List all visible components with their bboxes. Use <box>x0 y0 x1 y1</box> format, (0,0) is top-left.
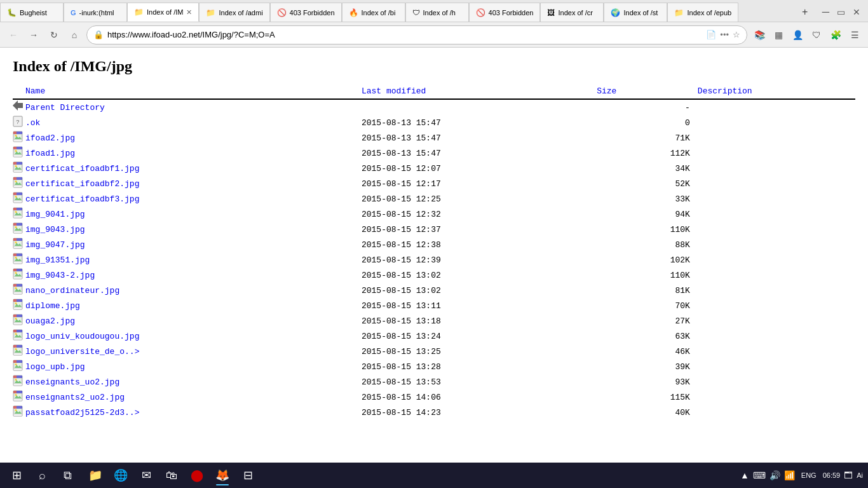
file-modified-cell-1: 2015-08-13 15:47 <box>362 115 597 130</box>
refresh-button[interactable]: ↻ <box>46 27 62 43</box>
name-sort-link[interactable]: Name <box>25 86 45 96</box>
file-name-cell-6: certificat_ifoadbf3.jpg <box>25 191 362 207</box>
taskbar-terminal[interactable]: ⊟ <box>236 464 259 487</box>
file-link-3[interactable]: ifoad1.jpg <box>25 149 75 158</box>
taskbar-store[interactable]: 🛍 <box>160 464 183 487</box>
reader-icon[interactable]: 📄 <box>706 30 716 39</box>
more-button[interactable]: ••• <box>720 30 729 39</box>
file-desc-cell-14 <box>698 313 855 329</box>
tab-favicon-tab-cr: 🖼 <box>547 8 555 17</box>
taskbar-red-circle[interactable]: ⬤ <box>186 464 208 487</box>
taskbar-time: 06:59 <box>823 471 841 479</box>
browser-tab-tab-bi[interactable]: 🔥Index of /bi <box>342 3 405 22</box>
file-link-4[interactable]: certificat_ifoadbf1.jpg <box>25 164 139 173</box>
taskbar-firefox[interactable]: 🦊 <box>211 464 234 487</box>
tab-label-tab-403-2: 403 Forbidden <box>489 9 534 17</box>
taskbar-keyboard-icon[interactable]: ⌨ <box>753 470 766 480</box>
browser-tab-tab-admin[interactable]: 📁Index of /admi <box>199 3 269 22</box>
svg-rect-49 <box>13 238 17 241</box>
file-link-15[interactable]: logo_univ_koudougou.jpg <box>25 332 139 341</box>
file-size-cell-4: 34K <box>597 161 698 176</box>
browser-tab-tab-st[interactable]: 🌍Index of /st <box>604 3 667 22</box>
start-button[interactable]: ⊞ <box>5 464 28 487</box>
file-link-9[interactable]: img_9047.jpg <box>25 240 85 250</box>
file-name-cell-12: nano_ordinateur.jpg <box>25 283 362 298</box>
table-row: diplome.jpg2015-08-15 13:1170K <box>13 298 855 313</box>
file-link-8[interactable]: img_9043.jpg <box>25 225 85 234</box>
file-icon-cell-14 <box>13 313 25 329</box>
file-modified-cell-15: 2015-08-15 13:24 <box>362 329 597 344</box>
toolbar-right: 📚 ▦ 👤 🛡 🧩 ☰ <box>751 27 863 43</box>
svg-rect-80 <box>17 315 22 317</box>
taskbar-volume-icon[interactable]: 🔊 <box>770 470 780 480</box>
file-link-7[interactable]: img_9041.jpg <box>25 210 85 219</box>
file-link-1[interactable]: .ok <box>25 118 40 128</box>
file-name-cell-2: ifoad2.jpg <box>25 130 362 146</box>
svg-rect-13 <box>13 147 17 149</box>
taskbar-up-arrow-icon[interactable]: ▲ <box>740 470 749 480</box>
file-link-13[interactable]: diplome.jpg <box>25 301 80 311</box>
size-sort-link[interactable]: Size <box>597 86 616 96</box>
svg-rect-43 <box>13 223 17 226</box>
forward-button[interactable]: → <box>25 27 42 43</box>
file-name-cell-18: enseignants_uo2.jpg <box>25 374 362 390</box>
browser-tab-tab-403-1[interactable]: 🚫403 Forbidden <box>270 3 342 22</box>
file-link-0[interactable]: Parent Directory <box>25 103 105 112</box>
back-button[interactable]: ← <box>5 27 22 43</box>
file-modified-cell-0 <box>362 99 597 115</box>
browser-tab-tab-h[interactable]: 🛡Index of /h <box>405 3 469 22</box>
file-icon-cell-4 <box>13 161 25 176</box>
restore-button[interactable]: ▭ <box>834 7 848 17</box>
minimize-button[interactable]: ─ <box>820 6 832 18</box>
taskbar-mail[interactable]: ✉ <box>135 464 158 487</box>
address-input[interactable] <box>107 30 702 39</box>
close-browser-button[interactable]: ✕ <box>850 7 863 17</box>
taskbar-file-explorer[interactable]: 📁 <box>84 464 107 487</box>
home-button[interactable]: ⌂ <box>66 27 83 43</box>
browser-tab-tab-403-2[interactable]: 🚫403 Forbidden <box>469 3 541 22</box>
browser-tab-tab-bugheist[interactable]: 🐛Bugheist <box>0 3 64 22</box>
new-tab-button[interactable]: + <box>796 3 815 22</box>
taskview-button[interactable]: ⧉ <box>56 464 79 487</box>
file-link-20[interactable]: passatfoad2j5125-2d3..> <box>25 408 139 417</box>
taskbar-edge[interactable]: 🌐 <box>109 464 132 487</box>
bookmark-star-icon[interactable]: ☆ <box>733 30 740 39</box>
file-name-cell-7: img_9041.jpg <box>25 207 362 222</box>
taskbar-notification[interactable]: 🗔 <box>844 470 853 480</box>
desc-sort-link[interactable]: Description <box>698 86 752 96</box>
file-link-10[interactable]: img_91351.jpg <box>25 255 90 265</box>
svg-point-96 <box>15 363 17 365</box>
extensions-icon[interactable]: 🧩 <box>827 27 844 43</box>
file-link-17[interactable]: logo_upb.jpg <box>25 362 85 372</box>
file-link-5[interactable]: certificat_ifoadbf2.jpg <box>25 179 139 189</box>
browser-tab-tab-inurk[interactable]: G-inurk:(html <box>64 3 127 22</box>
profile-icon[interactable]: 👤 <box>789 27 806 43</box>
tab-label-tab-bi: Index of /bi <box>362 9 398 17</box>
tab-close-tab-img-jpg[interactable]: ✕ <box>186 8 192 17</box>
file-link-6[interactable]: certificat_ifoadbf3.jpg <box>25 194 139 204</box>
modified-sort-link[interactable]: Last modified <box>362 86 426 96</box>
library-icon[interactable]: 📚 <box>751 27 768 43</box>
file-size-cell-9: 88K <box>597 237 698 252</box>
browser-tab-tab-cr[interactable]: 🖼Index of /cr <box>540 3 604 22</box>
sidebar-icon[interactable]: ▦ <box>770 27 787 43</box>
file-link-18[interactable]: enseignants_uo2.jpg <box>25 377 119 387</box>
taskbar-right: ▲ ⌨ 🔊 📶 ENG 06:59 🗔 Ai <box>740 470 863 480</box>
svg-rect-38 <box>17 208 22 210</box>
file-icon-cell-5 <box>13 176 25 191</box>
file-link-19[interactable]: enseignants2_uo2.jpg <box>25 393 125 402</box>
file-link-14[interactable]: ouaga2.jpg <box>25 316 75 326</box>
file-link-16[interactable]: logo_universite_de_o..> <box>25 347 139 356</box>
tab-favicon-tab-h: 🛡 <box>412 8 420 17</box>
search-button[interactable]: ⌕ <box>31 464 53 487</box>
file-link-12[interactable]: nano_ordinateur.jpg <box>25 286 119 295</box>
taskbar-network-icon[interactable]: 📶 <box>784 470 795 480</box>
file-modified-cell-19: 2015-08-15 14:06 <box>362 390 597 405</box>
browser-tab-tab-img-jpg[interactable]: 📁Index of /IM✕ <box>127 3 199 22</box>
file-link-11[interactable]: img_9043-2.jpg <box>25 271 95 280</box>
tab-favicon-tab-st: 🌍 <box>611 8 620 17</box>
shield-toolbar-icon[interactable]: 🛡 <box>808 27 825 43</box>
file-link-2[interactable]: ifoad2.jpg <box>25 133 75 143</box>
menu-button[interactable]: ☰ <box>846 27 863 43</box>
browser-tab-tab-epub[interactable]: 📁Index of /epub <box>667 3 738 22</box>
